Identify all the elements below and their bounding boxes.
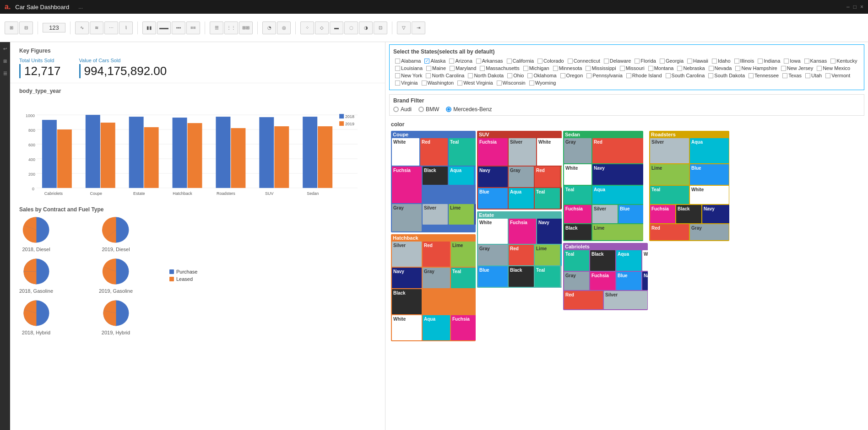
treemap-group-roadsters[interactable]: RoadstersSilverAquaLimeBlueTealWhiteFuch…: [649, 131, 729, 241]
state-item-hawaii[interactable]: Hawaii: [685, 58, 710, 64]
color-cell-red[interactable]: Red: [650, 224, 689, 240]
color-cell-teal[interactable]: Teal: [535, 266, 560, 287]
color-cell-white[interactable]: White: [392, 315, 422, 340]
treemap-group-cabriolets[interactable]: CabrioletsTealBlackAquaWhiteLimeGrayFuch…: [563, 243, 648, 310]
state-item-oklahoma[interactable]: Oklahoma: [526, 72, 558, 79]
state-item-kentucky[interactable]: Kentucky: [829, 58, 859, 64]
color-cell-fuchsia[interactable]: Fuchsia: [564, 205, 591, 223]
color-cell-blue[interactable]: Blue: [690, 164, 729, 185]
state-checkbox-New Hampshire[interactable]: [735, 66, 740, 71]
state-checkbox-Arizona[interactable]: [449, 59, 454, 64]
state-item-indiana[interactable]: Indiana: [756, 58, 782, 64]
state-item-new-mexico[interactable]: New Mexico: [815, 65, 852, 71]
state-item-maryland[interactable]: Maryland: [448, 65, 478, 71]
state-item-oregon[interactable]: Oregon: [559, 72, 585, 79]
state-checkbox-Idaho[interactable]: [712, 59, 717, 64]
toolbar-table-btn2[interactable]: ⊟: [19, 22, 33, 34]
scatter-btn3[interactable]: ▬: [330, 22, 343, 34]
color-cell-silver[interactable]: Silver: [509, 138, 536, 166]
treemap-group-suv[interactable]: SUVFuchsiaSilverWhiteNavyGrayRedLimeBlue…: [477, 131, 562, 210]
state-item-new-jersey[interactable]: New Jersey: [779, 65, 815, 71]
state-item-georgia[interactable]: Georgia: [658, 58, 685, 64]
state-item-alaska[interactable]: Alaska: [423, 58, 447, 64]
export-btn[interactable]: ⇥: [412, 22, 425, 34]
state-item-new-york[interactable]: New York: [393, 72, 424, 79]
color-cell-lime[interactable]: Lime: [561, 167, 562, 187]
state-item-north-dakota[interactable]: North Dakota: [466, 72, 505, 79]
state-item-louisiana[interactable]: Louisiana: [393, 65, 424, 71]
state-item-iowa[interactable]: Iowa: [782, 58, 802, 64]
color-cell-fuchsia[interactable]: Fuchsia: [590, 272, 615, 290]
brand-radio-Audi[interactable]: [393, 107, 399, 112]
state-checkbox-Missouri[interactable]: [620, 66, 625, 71]
brand-bmw[interactable]: BMW: [418, 106, 439, 113]
color-cell-navy[interactable]: Navy: [392, 268, 422, 288]
state-checkbox-Utah[interactable]: [805, 73, 810, 78]
color-cell-red[interactable]: Red: [592, 138, 643, 163]
color-cell-black[interactable]: Black: [423, 167, 448, 185]
state-item-tennessee[interactable]: Tennessee: [747, 72, 781, 79]
color-cell-black[interactable]: Black: [561, 188, 562, 209]
state-checkbox-Michigan[interactable]: [523, 66, 528, 71]
state-checkbox-Wisconsin[interactable]: [497, 81, 502, 86]
state-checkbox-Oregon[interactable]: [560, 73, 565, 78]
state-checkbox-Illinois[interactable]: [734, 59, 739, 64]
filter-btn[interactable]: ▽: [397, 22, 411, 34]
color-cell-white[interactable]: White: [564, 164, 591, 185]
state-checkbox-Indiana[interactable]: [758, 59, 763, 64]
state-item-florida[interactable]: Florida: [633, 58, 658, 64]
brand-audi[interactable]: Audi: [393, 106, 412, 113]
line-chart-btn3[interactable]: ⋯: [104, 22, 118, 34]
state-checkbox-Alabama[interactable]: [395, 59, 400, 64]
color-cell-black[interactable]: Black: [564, 224, 591, 240]
color-cell-aqua[interactable]: Aqua: [423, 315, 450, 340]
color-cell-silver[interactable]: Silver: [650, 138, 689, 163]
bar-chart-btn4[interactable]: ≡≡: [186, 22, 200, 34]
state-checkbox-Ohio[interactable]: [507, 73, 512, 78]
state-checkbox-Colorado[interactable]: [537, 59, 542, 64]
color-cell-red[interactable]: Red: [423, 242, 450, 267]
color-cell-black[interactable]: Black: [676, 205, 701, 223]
close-btn[interactable]: ×: [860, 4, 863, 10]
color-cell-silver[interactable]: Silver: [592, 205, 618, 223]
scatter-btn5[interactable]: ◑: [359, 22, 373, 34]
line-chart-btn1[interactable]: ∿: [75, 22, 89, 34]
state-checkbox-New Jersey[interactable]: [781, 66, 786, 71]
minimize-btn[interactable]: –: [846, 4, 850, 10]
color-cell-gray[interactable]: Gray: [690, 224, 729, 240]
state-checkbox-Vermont[interactable]: [825, 73, 830, 78]
state-checkbox-New Mexico[interactable]: [817, 66, 822, 71]
state-checkbox-Georgia[interactable]: [660, 59, 665, 64]
color-cell-lime[interactable]: Lime: [451, 242, 476, 267]
line-chart-btn2[interactable]: ≋: [90, 22, 103, 34]
color-cell-gray[interactable]: Gray: [509, 167, 534, 187]
color-cell-gray[interactable]: Gray: [478, 245, 508, 265]
state-checkbox-California[interactable]: [507, 59, 512, 64]
state-item-illinois[interactable]: Illinois: [732, 58, 756, 64]
state-checkbox-Delaware[interactable]: [604, 59, 609, 64]
toolbar-table-btn1[interactable]: ⊞: [5, 22, 18, 34]
state-checkbox-Oklahoma[interactable]: [527, 73, 532, 78]
state-item-minnesota[interactable]: Minnesota: [551, 65, 584, 71]
brand-radio-BMW[interactable]: [418, 107, 424, 112]
state-item-north-carolina[interactable]: North Carolina: [424, 72, 466, 79]
color-cell-silver[interactable]: Silver: [604, 291, 647, 309]
color-cell-navy[interactable]: Navy: [702, 205, 729, 223]
color-cell-navy[interactable]: Navy: [592, 164, 643, 185]
nav-icon-1[interactable]: ↩: [3, 44, 7, 53]
color-cell-aqua[interactable]: Aqua: [509, 188, 534, 209]
state-checkbox-New York[interactable]: [395, 73, 400, 78]
state-item-south-carolina[interactable]: South Carolina: [664, 72, 707, 79]
color-cell-navy[interactable]: Navy: [478, 167, 508, 187]
state-item-connecticut[interactable]: Connecticut: [566, 58, 602, 64]
color-cell-lime[interactable]: Lime: [650, 164, 689, 185]
state-item-vermont[interactable]: Vermont: [824, 72, 852, 79]
state-checkbox-Arkansas[interactable]: [476, 59, 481, 64]
state-checkbox-Minnesota[interactable]: [553, 66, 558, 71]
state-item-new-hampshire[interactable]: New Hampshire: [733, 65, 779, 71]
color-cell-red[interactable]: Red: [509, 245, 534, 265]
color-cell-blue[interactable]: Blue: [618, 205, 643, 223]
color-cell-navy[interactable]: Navy: [642, 272, 648, 290]
layout-btn1[interactable]: ☰: [210, 22, 223, 34]
color-cell-gray[interactable]: Gray: [423, 268, 450, 288]
